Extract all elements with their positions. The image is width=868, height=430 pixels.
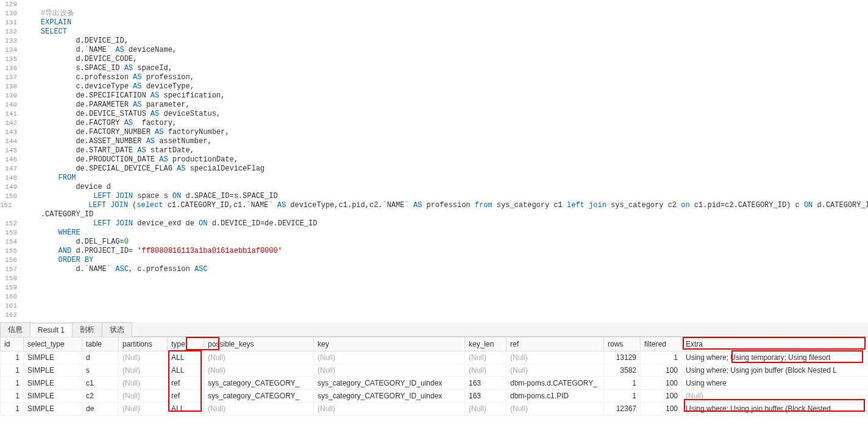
code-line[interactable]: 153 WHERE xyxy=(0,228,868,238)
table-row[interactable]: 1SIMPLEd(Null)ALL(Null)(Null)(Null)(Null… xyxy=(1,351,869,364)
code-line[interactable]: 129 xyxy=(0,0,868,9)
column-header-id[interactable]: id xyxy=(1,337,24,351)
code-line[interactable]: 139 de.SPECIFICATION AS specification, xyxy=(0,91,868,100)
code-line[interactable]: 155 AND d.PROJECT_ID= 'ff8080816113a1ba0… xyxy=(0,247,868,256)
line-number: 141 xyxy=(0,110,23,119)
code-content[interactable]: SELECT xyxy=(23,27,868,37)
table-row[interactable]: 1SIMPLEs(Null)ALL(Null)(Null)(Null)(Null… xyxy=(1,364,869,377)
code-content[interactable] xyxy=(23,292,868,301)
code-content[interactable]: de.SPECIAL_DEVICE_FLAG AS specialDeviceF… xyxy=(23,164,868,174)
column-header-partitions[interactable]: partitions xyxy=(119,337,168,351)
column-header-possible_keys[interactable]: possible_keys xyxy=(204,337,314,351)
code-content[interactable]: c.deviceType AS deviceType, xyxy=(23,82,868,91)
code-content[interactable]: AND d.PROJECT_ID= 'ff8080816113a1ba0161a… xyxy=(23,247,868,256)
code-line[interactable]: 135 d.DEVICE_CODE, xyxy=(0,55,868,64)
code-content[interactable] xyxy=(23,311,868,320)
code-content[interactable]: de.FACTORY AS factory, xyxy=(23,119,868,128)
code-line[interactable]: 151 LEFT JOIN (select c1.CATEGORY_ID,c1.… xyxy=(0,201,868,210)
code-content[interactable]: LEFT JOIN device_exd de ON d.DEVICE_ID=d… xyxy=(23,219,868,228)
code-line[interactable]: 143 de.FACTORY_NUMBER AS factoryNumber, xyxy=(0,128,868,137)
code-content[interactable]: s.SPACE_ID AS spaceId, xyxy=(23,64,868,73)
code-line[interactable]: 147 de.SPECIAL_DEVICE_FLAG AS specialDev… xyxy=(0,164,868,174)
code-content[interactable]: d.DEVICE_ID, xyxy=(23,37,868,46)
line-number: 139 xyxy=(0,91,23,100)
code-line[interactable]: 133 d.DEVICE_ID, xyxy=(0,37,868,46)
tab-status[interactable]: 状态 xyxy=(102,322,132,337)
code-line[interactable]: 137 c.profession AS profession, xyxy=(0,73,868,82)
code-content[interactable]: FROM xyxy=(23,174,868,183)
code-line[interactable]: 142 de.FACTORY AS factory, xyxy=(0,119,868,128)
code-content[interactable]: de.START_DATE AS startDate, xyxy=(23,146,868,155)
code-line[interactable]: 150 LEFT JOIN space s ON d.SPACE_ID=s.SP… xyxy=(0,192,868,201)
code-line[interactable]: .CATEGORY_ID xyxy=(0,210,868,219)
column-header-key[interactable]: key xyxy=(314,337,465,351)
code-line[interactable]: 131 EXPLAIN xyxy=(0,18,868,27)
column-header-extra[interactable]: Extra xyxy=(682,337,869,351)
code-content[interactable] xyxy=(23,301,868,311)
code-line[interactable]: 158 xyxy=(0,274,868,283)
tab-info[interactable]: 信息 xyxy=(0,322,30,337)
code-content[interactable]: LEFT JOIN space s ON d.SPACE_ID=s.SPACE_… xyxy=(23,192,868,201)
sql-editor[interactable]: 129130 #导出设备131 EXPLAIN132 SELECT133 d.D… xyxy=(0,0,868,322)
cell: sys_category_CATEGORY_ xyxy=(204,390,314,403)
code-content[interactable]: ORDER BY xyxy=(23,256,868,265)
results-panel[interactable]: idselect_typetablepartitionstypepossible… xyxy=(0,337,868,430)
table-row[interactable]: 1SIMPLEc1(Null)refsys_category_CATEGORY_… xyxy=(1,377,869,390)
code-content[interactable] xyxy=(23,283,868,292)
code-content[interactable]: c.profession AS profession, xyxy=(23,73,868,82)
cell: (Null) xyxy=(682,390,869,403)
code-line[interactable]: 148 FROM xyxy=(0,174,868,183)
code-content[interactable]: d.`NAME` AS deviceName, xyxy=(23,46,868,55)
code-content[interactable]: EXPLAIN xyxy=(23,18,868,27)
code-line[interactable]: 141 de.DEVICE_STATUS AS deviceStatus, xyxy=(0,110,868,119)
code-content[interactable]: de.SPECIFICATION AS specification, xyxy=(23,91,868,100)
code-content[interactable]: .CATEGORY_ID xyxy=(23,210,868,219)
line-number: 160 xyxy=(0,292,23,301)
code-content[interactable] xyxy=(23,274,868,283)
code-line[interactable]: 160 xyxy=(0,292,868,301)
code-line[interactable]: 132 SELECT xyxy=(0,27,868,37)
column-header-rows[interactable]: rows xyxy=(604,337,641,351)
column-header-key_len[interactable]: key_len xyxy=(465,337,507,351)
column-header-filtered[interactable]: filtered xyxy=(641,337,682,351)
code-line[interactable]: 134 d.`NAME` AS deviceName, xyxy=(0,46,868,55)
code-line[interactable]: 154 d.DEL_FLAG=0 xyxy=(0,238,868,247)
cell: SIMPLE xyxy=(24,377,82,390)
code-line[interactable]: 140 de.PARAMETER AS parameter, xyxy=(0,100,868,110)
code-content[interactable]: d.`NAME` ASC, c.profession ASC xyxy=(23,265,868,274)
code-content[interactable]: device d xyxy=(23,183,868,192)
code-content[interactable]: #导出设备 xyxy=(23,9,868,18)
code-content[interactable]: d.DEL_FLAG=0 xyxy=(23,238,868,247)
code-line[interactable]: 146 de.PRODUCTION_DATE AS productionDate… xyxy=(0,155,868,164)
code-line[interactable]: 161 xyxy=(0,301,868,311)
code-line[interactable]: 136 s.SPACE_ID AS spaceId, xyxy=(0,64,868,73)
table-row[interactable]: 1SIMPLEde(Null)ALL(Null)(Null)(Null)(Nul… xyxy=(1,403,869,415)
table-row[interactable]: 1SIMPLEc2(Null)refsys_category_CATEGORY_… xyxy=(1,390,869,403)
code-line[interactable]: 149 device d xyxy=(0,183,868,192)
code-line[interactable]: 130 #导出设备 xyxy=(0,9,868,18)
code-content[interactable]: d.DEVICE_CODE, xyxy=(23,55,868,64)
code-line[interactable]: 157 d.`NAME` ASC, c.profession ASC xyxy=(0,265,868,274)
code-content[interactable]: de.PARAMETER AS parameter, xyxy=(23,100,868,110)
tab-profile[interactable]: 剖析 xyxy=(72,322,102,337)
code-line[interactable]: 144 de.ASSET_NUMBER AS assetNumber, xyxy=(0,137,868,146)
code-line[interactable]: 162 xyxy=(0,311,868,320)
tab-result1[interactable]: Result 1 xyxy=(30,323,73,337)
code-content[interactable]: de.PRODUCTION_DATE AS productionDate, xyxy=(23,155,868,164)
code-line[interactable]: 138 c.deviceType AS deviceType, xyxy=(0,82,868,91)
code-content[interactable]: de.DEVICE_STATUS AS deviceStatus, xyxy=(23,110,868,119)
code-line[interactable]: 145 de.START_DATE AS startDate, xyxy=(0,146,868,155)
code-line[interactable]: 159 xyxy=(0,283,868,292)
code-content[interactable]: de.FACTORY_NUMBER AS factoryNumber, xyxy=(23,128,868,137)
column-header-select_type[interactable]: select_type xyxy=(24,337,82,351)
code-content[interactable]: LEFT JOIN (select c1.CATEGORY_ID,c1.`NAM… xyxy=(18,201,868,210)
column-header-table[interactable]: table xyxy=(82,337,119,351)
column-header-ref[interactable]: ref xyxy=(507,337,604,351)
code-content[interactable]: WHERE xyxy=(23,228,868,238)
code-line[interactable]: 156 ORDER BY xyxy=(0,256,868,265)
code-content[interactable] xyxy=(23,0,868,9)
code-content[interactable]: de.ASSET_NUMBER AS assetNumber, xyxy=(23,137,868,146)
column-header-type[interactable]: type xyxy=(168,337,204,351)
cell: 1 xyxy=(604,390,641,403)
code-line[interactable]: 152 LEFT JOIN device_exd de ON d.DEVICE_… xyxy=(0,219,868,228)
